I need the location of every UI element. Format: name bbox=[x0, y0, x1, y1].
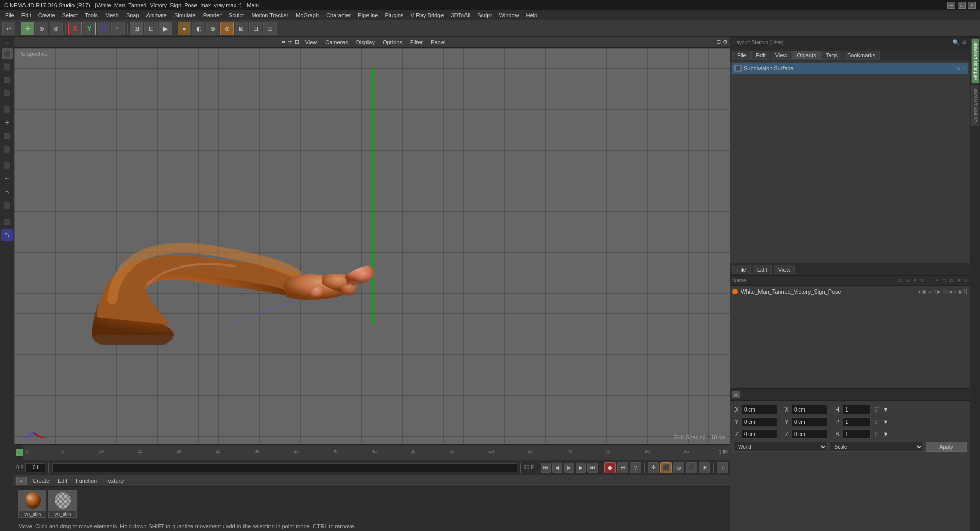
mat-menu-texture[interactable]: Texture bbox=[103, 478, 126, 484]
maximize-button[interactable]: □ bbox=[958, 2, 966, 9]
record-all-button[interactable]: ⊞ bbox=[699, 462, 710, 473]
coord-y-rot-input[interactable] bbox=[792, 417, 827, 426]
obj-tab-tags[interactable]: Tags bbox=[821, 51, 842, 60]
sidebar-mode-polygons[interactable]: ⬛ bbox=[1, 87, 13, 99]
menu-window[interactable]: Window bbox=[496, 11, 522, 19]
workplane-button[interactable]: ⊟ bbox=[263, 22, 277, 35]
viewport-icon-3[interactable]: ⊞ bbox=[295, 39, 299, 45]
object-move-button[interactable]: ⊕ bbox=[35, 22, 48, 35]
coord-row-y-expand[interactable]: ▼ bbox=[883, 419, 889, 425]
obj-list-item-victory-pose[interactable]: White_Man_Tanned_Victory_Sign_Pose ● ▣ ≡… bbox=[730, 286, 970, 297]
coord-y-pos-input[interactable] bbox=[742, 417, 777, 426]
vp-menu-view[interactable]: View bbox=[303, 39, 320, 45]
attr-panel-toggle[interactable]: ≡ bbox=[732, 391, 740, 398]
snap-button[interactable]: ⊠ bbox=[235, 22, 248, 35]
mat-menu-function[interactable]: Function bbox=[74, 478, 99, 484]
axis-y-button[interactable]: Y bbox=[83, 22, 96, 35]
obj-tab-view[interactable]: View bbox=[771, 51, 792, 60]
keyframe-button[interactable]: ⬛ bbox=[660, 462, 672, 473]
layout-settings-icon[interactable]: ⚙ bbox=[962, 39, 967, 46]
menu-select[interactable]: Select bbox=[59, 11, 81, 19]
grid-button[interactable]: ⊡ bbox=[249, 22, 262, 35]
menu-animate[interactable]: Animate bbox=[143, 11, 170, 19]
menu-tools[interactable]: Tools bbox=[82, 11, 101, 19]
coord-x-rot-input[interactable] bbox=[792, 405, 827, 414]
goto-last-frame-button[interactable]: ⏭ bbox=[587, 463, 598, 473]
coord-h-scale-input[interactable] bbox=[843, 405, 871, 414]
object-rotate-button[interactable]: ⊕ bbox=[50, 22, 63, 35]
sidebar-xpresso[interactable]: ⬛ bbox=[1, 199, 13, 211]
vp-menu-cameras[interactable]: Cameras bbox=[323, 39, 350, 45]
sidebar-mode-points[interactable]: ⬛ bbox=[1, 60, 13, 73]
undo-button[interactable]: ↩ bbox=[2, 22, 15, 35]
menu-file[interactable]: File bbox=[2, 11, 17, 19]
prev-frame-button[interactable]: ◀ bbox=[552, 463, 562, 473]
viewport-icon-2[interactable]: ✛ bbox=[288, 39, 292, 45]
mat-menu-edit[interactable]: Edit bbox=[56, 478, 69, 484]
coord-b-scale-input[interactable] bbox=[843, 429, 871, 439]
close-button[interactable]: ✕ bbox=[968, 2, 976, 9]
apply-button[interactable]: Apply bbox=[926, 442, 967, 452]
menu-script[interactable]: Script bbox=[474, 11, 495, 19]
obj-bottom-tab-edit[interactable]: Edit bbox=[753, 265, 772, 274]
obj-tab-bookmarks[interactable]: Bookmarks bbox=[843, 51, 880, 60]
playback-slider[interactable] bbox=[52, 463, 517, 472]
sidebar-python[interactable]: Py bbox=[1, 229, 13, 241]
orange-tool-1[interactable]: ⊕ bbox=[220, 22, 234, 35]
sidebar-tool-a[interactable]: ⬛ bbox=[1, 215, 13, 228]
vtab-attributes[interactable]: Attributes Browser bbox=[971, 39, 979, 84]
timeline-track[interactable]: 0 5 10 15 20 25 30 35 40 45 50 55 60 65 bbox=[23, 445, 730, 460]
menu-sculpt[interactable]: Sculpt bbox=[226, 11, 248, 19]
obj-tab-file[interactable]: File bbox=[732, 51, 751, 60]
menu-create[interactable]: Create bbox=[35, 11, 58, 19]
sidebar-live-selection[interactable]: ⬛ bbox=[1, 103, 13, 115]
3d-viewport[interactable]: Perspective bbox=[14, 48, 730, 444]
vp-menu-filter[interactable]: Filter bbox=[408, 39, 425, 45]
coord-row-x-expand[interactable]: ▼ bbox=[883, 406, 889, 413]
coord-p-scale-input[interactable] bbox=[843, 417, 871, 426]
sidebar-extrude[interactable]: ⬛ bbox=[1, 159, 13, 172]
material-vr-skin-2[interactable]: VR_skin bbox=[48, 490, 77, 518]
obj-tab-objects[interactable]: Objects bbox=[792, 51, 820, 60]
shading-button[interactable]: ◐ bbox=[192, 22, 205, 35]
menu-edit[interactable]: Edit bbox=[18, 11, 34, 19]
menu-mograph[interactable]: MoGraph bbox=[292, 11, 322, 19]
viewport-icon-1[interactable]: ⇔ bbox=[281, 39, 286, 45]
material-panel-toggle[interactable]: ≡ bbox=[16, 477, 27, 485]
axis-all-button[interactable]: □ bbox=[111, 22, 125, 35]
motion-path-button[interactable]: ✛ bbox=[648, 462, 659, 473]
menu-plugins[interactable]: Plugins bbox=[382, 11, 406, 19]
animate-mode-button[interactable]: ◎ bbox=[673, 462, 684, 473]
axis-x-button[interactable]: X bbox=[68, 22, 82, 35]
menu-character[interactable]: Character bbox=[323, 11, 354, 19]
menu-motion-tracker[interactable]: Motion Tracker bbox=[248, 11, 291, 19]
menu-render[interactable]: Render bbox=[200, 11, 225, 19]
timeline-button[interactable]: ⊡ bbox=[717, 462, 728, 473]
new-object-button[interactable]: ✛ bbox=[21, 22, 34, 35]
sidebar-mode-edges[interactable]: ⬛ bbox=[1, 74, 13, 86]
record-objects-button[interactable]: ⬛ bbox=[686, 462, 697, 473]
goto-first-frame-button[interactable]: ⏮ bbox=[541, 463, 551, 473]
vp-menu-panel[interactable]: Panel bbox=[429, 39, 447, 45]
coord-system-dropdown[interactable]: World Object Global bbox=[733, 442, 828, 452]
key-selection-button[interactable]: ? bbox=[630, 462, 641, 473]
vtab-content[interactable]: Content Browser bbox=[971, 85, 979, 126]
vp-menu-options[interactable]: Options bbox=[381, 39, 404, 45]
next-frame-button[interactable]: ▶ bbox=[576, 463, 586, 473]
display-mode-button[interactable]: ● bbox=[178, 22, 191, 35]
coord-z-rot-input[interactable] bbox=[792, 429, 827, 439]
render-button[interactable]: ▶ bbox=[159, 22, 172, 35]
layout-search-icon[interactable]: 🔍 bbox=[952, 39, 960, 46]
vp-menu-display[interactable]: Display bbox=[354, 39, 377, 45]
menu-vray-bridge[interactable]: V-Ray Bridge bbox=[408, 11, 447, 19]
material-vr-skin[interactable]: VR_skin bbox=[18, 490, 46, 518]
coord-x-pos-input[interactable] bbox=[742, 405, 777, 414]
auto-key-button[interactable]: ⊕ bbox=[617, 462, 628, 473]
mat-menu-create[interactable]: Create bbox=[31, 478, 52, 484]
axis-z-button[interactable]: Z bbox=[97, 22, 110, 35]
viewport-settings-icon[interactable]: ⚙ bbox=[723, 39, 728, 45]
menu-pipeline[interactable]: Pipeline bbox=[355, 11, 381, 19]
sidebar-rotate[interactable]: ⬛ bbox=[1, 143, 13, 155]
obj-bottom-tab-view[interactable]: View bbox=[774, 265, 795, 274]
menu-help[interactable]: Help bbox=[523, 11, 541, 19]
